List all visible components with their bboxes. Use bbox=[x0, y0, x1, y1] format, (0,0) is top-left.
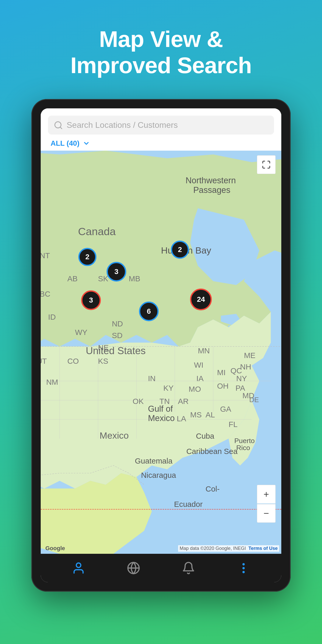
svg-text:LA: LA bbox=[177, 414, 186, 423]
fullscreen-button[interactable] bbox=[257, 155, 276, 174]
svg-text:UT: UT bbox=[41, 357, 47, 365]
svg-text:FL: FL bbox=[229, 420, 238, 429]
cluster-marker-c4[interactable]: 3 bbox=[81, 290, 101, 310]
svg-text:CO: CO bbox=[67, 357, 79, 365]
search-bar-area: Search Locations / Customers ALL (40) bbox=[41, 108, 281, 151]
zoom-out-button[interactable]: − bbox=[257, 504, 276, 523]
person-icon bbox=[72, 561, 85, 575]
svg-text:MO: MO bbox=[189, 385, 201, 393]
zoom-controls: + − bbox=[257, 485, 276, 523]
bottom-nav bbox=[41, 554, 281, 582]
search-icon bbox=[54, 121, 63, 130]
svg-text:PA: PA bbox=[235, 384, 245, 392]
svg-text:Gulf of: Gulf of bbox=[148, 404, 173, 414]
svg-text:Nicaragua: Nicaragua bbox=[141, 471, 176, 479]
svg-text:BC: BC bbox=[41, 290, 50, 298]
svg-text:Cuba: Cuba bbox=[196, 432, 214, 440]
map-data-text: Map data ©2020 Google, INEGI bbox=[180, 546, 246, 551]
cluster-marker-c3[interactable]: 2 bbox=[171, 241, 189, 259]
nav-more-button[interactable] bbox=[233, 558, 254, 578]
device-frame: Search Locations / Customers ALL (40) bbox=[31, 99, 291, 592]
svg-text:SK: SK bbox=[98, 274, 108, 283]
svg-text:Ecuador: Ecuador bbox=[174, 500, 202, 509]
svg-text:AB: AB bbox=[67, 274, 78, 283]
svg-text:IA: IA bbox=[196, 374, 204, 383]
svg-text:MB: MB bbox=[129, 274, 140, 283]
nav-globe-button[interactable] bbox=[123, 558, 144, 578]
fullscreen-icon bbox=[262, 160, 271, 169]
svg-text:United States: United States bbox=[86, 345, 146, 356]
filter-label[interactable]: ALL (40) bbox=[51, 139, 80, 148]
svg-text:DE: DE bbox=[249, 396, 259, 404]
svg-text:ID: ID bbox=[48, 313, 56, 321]
cluster-marker-c1[interactable]: 2 bbox=[78, 248, 96, 266]
search-placeholder: Search Locations / Customers bbox=[67, 120, 178, 130]
svg-text:IN: IN bbox=[148, 374, 156, 383]
hero-title: Map View & Improved Search bbox=[70, 26, 251, 78]
svg-text:Puerto: Puerto bbox=[234, 437, 255, 445]
svg-text:ME: ME bbox=[244, 351, 255, 360]
cluster-marker-c6[interactable]: 6 bbox=[139, 302, 159, 321]
svg-text:MN: MN bbox=[198, 346, 210, 355]
bell-icon bbox=[182, 561, 195, 575]
nav-profile-button[interactable] bbox=[68, 558, 89, 578]
svg-text:NT: NT bbox=[41, 251, 50, 260]
nav-bell-button[interactable] bbox=[178, 558, 199, 578]
svg-text:NH: NH bbox=[240, 363, 251, 371]
svg-text:OK: OK bbox=[132, 397, 144, 406]
cluster-marker-c2[interactable]: 3 bbox=[107, 262, 126, 282]
svg-text:Passages: Passages bbox=[193, 185, 230, 195]
dashed-boundary-line bbox=[41, 509, 281, 510]
svg-text:Col-: Col- bbox=[206, 485, 220, 493]
svg-text:Caribbean Sea: Caribbean Sea bbox=[186, 447, 238, 456]
search-input-wrap[interactable]: Search Locations / Customers bbox=[48, 116, 274, 135]
cluster-marker-c5[interactable]: 24 bbox=[190, 289, 212, 310]
terms-of-use-link[interactable]: Terms of Use bbox=[248, 546, 278, 551]
svg-text:WI: WI bbox=[194, 361, 203, 369]
more-dots-icon bbox=[242, 563, 245, 573]
hero-title-line1: Map View & bbox=[70, 26, 251, 52]
svg-text:MS: MS bbox=[190, 411, 202, 419]
cluster-count-c2: 3 bbox=[114, 268, 118, 276]
screen: Search Locations / Customers ALL (40) bbox=[41, 108, 281, 582]
svg-text:SD: SD bbox=[112, 331, 122, 340]
svg-text:AR: AR bbox=[178, 397, 188, 406]
cluster-count-c3: 2 bbox=[178, 246, 182, 254]
svg-text:Rico: Rico bbox=[236, 444, 250, 452]
cluster-count-c6: 6 bbox=[147, 307, 151, 316]
svg-text:Mexico: Mexico bbox=[148, 414, 175, 423]
hero-title-line2: Improved Search bbox=[70, 52, 251, 78]
svg-text:ND: ND bbox=[112, 320, 123, 328]
svg-text:KY: KY bbox=[163, 384, 174, 392]
svg-text:NY: NY bbox=[236, 374, 247, 383]
google-attribution: Google bbox=[45, 545, 65, 552]
svg-text:MI: MI bbox=[217, 368, 226, 377]
svg-line-1 bbox=[60, 127, 62, 129]
svg-text:Guatemala: Guatemala bbox=[135, 457, 172, 465]
map-data-attribution: Map data ©2020 Google, INEGI Terms of Us… bbox=[178, 545, 279, 552]
svg-text:AL: AL bbox=[206, 411, 215, 419]
svg-text:Canada: Canada bbox=[78, 225, 116, 237]
chevron-down-icon[interactable] bbox=[83, 140, 90, 147]
map-background: BC AB SK MB NT OR ID WY NE KS CO UT NV A… bbox=[41, 151, 281, 554]
svg-text:Mexico: Mexico bbox=[100, 430, 129, 441]
svg-point-69 bbox=[76, 563, 81, 568]
cluster-count-c5: 24 bbox=[197, 295, 205, 304]
filter-row: ALL (40) bbox=[48, 135, 274, 151]
map-area[interactable]: BC AB SK MB NT OR ID WY NE KS CO UT NV A… bbox=[41, 151, 281, 554]
cluster-count-c4: 3 bbox=[89, 296, 93, 304]
svg-text:OH: OH bbox=[217, 382, 228, 390]
cluster-count-c1: 2 bbox=[85, 253, 89, 261]
svg-text:NM: NM bbox=[46, 378, 58, 387]
svg-text:WY: WY bbox=[75, 328, 87, 337]
zoom-in-button[interactable]: + bbox=[257, 485, 276, 503]
svg-text:GA: GA bbox=[220, 405, 231, 413]
svg-text:KS: KS bbox=[98, 357, 108, 365]
globe-icon bbox=[127, 561, 140, 575]
svg-text:Northwestern: Northwestern bbox=[186, 176, 236, 185]
